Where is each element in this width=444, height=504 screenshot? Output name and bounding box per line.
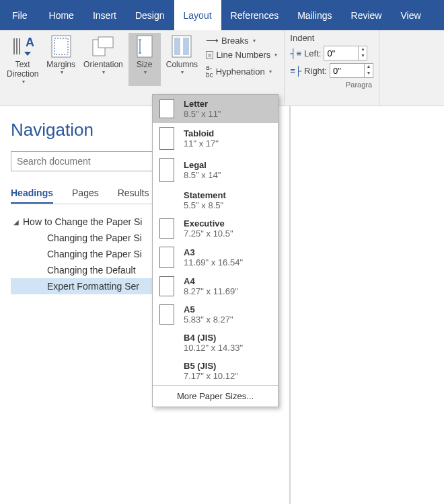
- svg-rect-7: [98, 37, 113, 48]
- group-indent: Indent ┤≡ Left: ▲▼ ≡├ Right: ▲▼ Paragra: [285, 30, 379, 106]
- margins-label: Margins: [46, 60, 75, 69]
- tab-layout[interactable]: Layout: [174, 0, 221, 30]
- indent-right-field[interactable]: [330, 66, 364, 76]
- svg-rect-0: [13, 38, 15, 54]
- size-option[interactable]: Statement5.5" x 8.5": [153, 186, 278, 214]
- nav-tab-pages[interactable]: Pages: [72, 187, 99, 204]
- breaks-icon: ⟶: [206, 36, 219, 46]
- text-direction-icon: A: [9, 34, 36, 58]
- tab-insert[interactable]: Insert: [83, 0, 126, 30]
- page-thumb-icon: [159, 99, 174, 118]
- indent-left-field[interactable]: [324, 48, 358, 58]
- tree-item-label: Changing the Default: [47, 265, 136, 276]
- text-direction-label: Text Direction: [7, 60, 38, 79]
- size-name: B4 (JIS): [184, 333, 243, 343]
- nav-tab-results[interactable]: Results: [118, 187, 149, 204]
- indent-left-input[interactable]: ▲▼: [324, 46, 367, 60]
- page-thumb-icon: [159, 158, 174, 182]
- tab-view[interactable]: View: [391, 0, 430, 30]
- size-icon: [131, 34, 158, 58]
- indent-right-icon: ≡├: [290, 66, 301, 76]
- size-name: Statement: [184, 190, 226, 200]
- tab-references[interactable]: References: [221, 0, 289, 30]
- spin-up-icon[interactable]: ▲: [359, 46, 367, 53]
- collapse-arrow-icon[interactable]: ◢: [13, 218, 19, 226]
- pane-divider: [289, 106, 291, 504]
- size-option[interactable]: Tabloid11" x 17": [153, 123, 278, 154]
- indent-right-input[interactable]: ▲▼: [330, 63, 373, 78]
- title-bar: File Home Insert Design Layout Reference…: [0, 0, 444, 30]
- size-option[interactable]: A48.27" x 11.69": [153, 272, 278, 300]
- page-thumb-icon: [159, 247, 174, 268]
- orientation-button[interactable]: Orientation ▾: [81, 33, 126, 86]
- svg-rect-11: [183, 38, 189, 55]
- page-thumb-icon: [159, 191, 174, 210]
- size-dims: 7.25" x 10.5": [184, 228, 233, 239]
- indent-left-label: Left:: [304, 48, 321, 58]
- columns-button[interactable]: Columns ▾: [163, 33, 200, 86]
- text-direction-button[interactable]: A Text Direction▾: [4, 33, 41, 86]
- spin-down-icon[interactable]: ▼: [359, 53, 367, 60]
- line-numbers-icon: ≡: [206, 51, 213, 59]
- orientation-icon: [89, 34, 116, 58]
- nav-tab-headings[interactable]: Headings: [11, 187, 53, 204]
- chevron-down-icon: ▾: [181, 69, 184, 75]
- page-thumb-icon: [159, 333, 174, 352]
- size-name: B5 (JIS): [184, 361, 238, 371]
- chevron-down-icon: ▾: [22, 79, 25, 85]
- margins-icon: [48, 34, 75, 58]
- tab-mailings[interactable]: Mailings: [288, 0, 341, 30]
- tab-home[interactable]: Home: [40, 0, 83, 30]
- hyphenation-label: Hyphenation: [216, 67, 265, 77]
- chevron-down-icon: ▾: [269, 69, 272, 75]
- size-dims: 11.69" x 16.54": [184, 257, 243, 267]
- size-option[interactable]: B4 (JIS)10.12" x 14.33": [153, 329, 278, 357]
- size-dims: 7.17" x 10.12": [184, 371, 238, 381]
- size-option[interactable]: A55.83" x 8.27": [153, 300, 278, 329]
- size-option[interactable]: A311.69" x 16.54": [153, 243, 278, 272]
- size-name: A3: [184, 247, 243, 257]
- spin-up-icon[interactable]: ▲: [365, 64, 373, 71]
- tree-item-label: Changing the Paper Si: [47, 249, 142, 259]
- page-thumb-icon: [159, 218, 174, 239]
- margins-button[interactable]: Margins ▾: [44, 33, 78, 86]
- size-label: Size: [137, 60, 152, 69]
- page-thumb-icon: [159, 127, 174, 150]
- page-setup-stack: ⟶ Breaks ▾ ≡ Line Numbers ▾ a-bc Hyphena…: [203, 33, 280, 86]
- columns-icon: [168, 34, 195, 58]
- hyphenation-button[interactable]: a-bc Hyphenation ▾: [205, 62, 279, 80]
- size-dims: 8.5" x 11": [184, 109, 221, 119]
- line-numbers-button[interactable]: ≡ Line Numbers ▾: [205, 48, 279, 61]
- breaks-label: Breaks: [221, 36, 248, 46]
- chevron-down-icon: ▾: [144, 69, 147, 75]
- size-name: Executive: [184, 218, 233, 228]
- tab-file[interactable]: File: [0, 0, 40, 30]
- svg-rect-1: [16, 38, 17, 54]
- size-dims: 5.5" x 8.5": [184, 200, 226, 210]
- line-numbers-label: Line Numbers: [216, 50, 270, 60]
- tab-review[interactable]: Review: [342, 0, 392, 30]
- chevron-down-icon: ▾: [253, 38, 256, 44]
- spin-down-icon[interactable]: ▼: [365, 71, 373, 77]
- size-option[interactable]: Executive7.25" x 10.5": [153, 214, 278, 243]
- tree-root-label: How to Change the Paper Si: [23, 216, 142, 227]
- page-thumb-icon: [159, 276, 174, 296]
- size-name: Legal: [184, 160, 221, 170]
- size-name: A5: [184, 304, 233, 314]
- hyphenation-icon: a-bc: [206, 64, 213, 79]
- tab-design[interactable]: Design: [126, 0, 174, 30]
- size-dropdown: Letter8.5" x 11"Tabloid11" x 17"Legal8.5…: [152, 94, 279, 407]
- indent-title: Indent: [290, 33, 373, 43]
- size-option[interactable]: B5 (JIS)7.17" x 10.12": [153, 357, 278, 385]
- more-paper-sizes[interactable]: More Paper Sizes...: [153, 385, 278, 407]
- size-option[interactable]: Letter8.5" x 11": [153, 95, 278, 123]
- size-name: A4: [184, 276, 238, 286]
- tree-item-label: Expert Formatting Ser: [47, 281, 139, 292]
- breaks-button[interactable]: ⟶ Breaks ▾: [205, 34, 279, 47]
- svg-rect-10: [174, 38, 180, 55]
- chevron-down-icon: ▾: [61, 69, 63, 75]
- size-button[interactable]: Size ▾: [128, 33, 161, 86]
- columns-label: Columns: [166, 60, 198, 69]
- size-option[interactable]: Legal8.5" x 14": [153, 154, 278, 186]
- size-dims: 11" x 17": [184, 138, 219, 149]
